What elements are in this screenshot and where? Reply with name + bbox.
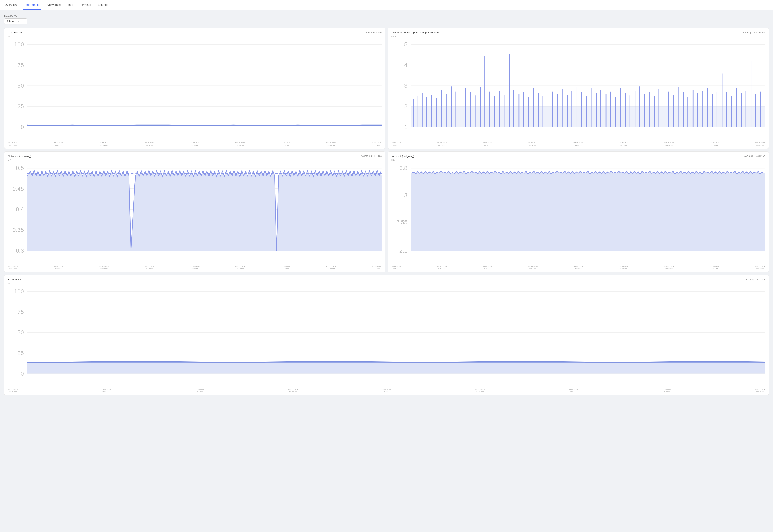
svg-text:75: 75 xyxy=(17,62,24,68)
nav-terminal[interactable]: Terminal xyxy=(79,0,91,10)
svg-text:1: 1 xyxy=(404,124,407,130)
main-content: Data period 6 hours ▾ CPU usage Average:… xyxy=(0,10,773,400)
svg-text:75: 75 xyxy=(17,309,24,315)
net-out-chart-title: Network (outgoing) xyxy=(391,155,414,158)
net-in-chart-title: Network (incoming) xyxy=(8,155,31,158)
disk-y-label: ops/s xyxy=(391,35,765,38)
cpu-chart-svg: 100 75 50 25 0 xyxy=(8,38,382,141)
period-value: 6 hours xyxy=(7,20,16,23)
net-out-chart-svg: 3.8 3 2.55 2.1 xyxy=(391,162,765,265)
data-period-section: Data period 6 hours ▾ xyxy=(4,14,769,24)
svg-text:0: 0 xyxy=(20,370,24,377)
cpu-chart-header: CPU usage Average: 1.0% xyxy=(8,31,382,34)
disk-chart-svg: 5 4 3 2 1 xyxy=(391,38,765,141)
disk-x-labels: 09.08.202403:50:00 09.08.202404:32:00 09… xyxy=(391,142,765,146)
ram-chart-svg: 100 75 50 25 0 xyxy=(8,285,765,388)
svg-text:3: 3 xyxy=(404,82,407,89)
ram-chart-average: Average: 13.79% xyxy=(746,278,765,281)
disk-chart-area: 5 4 3 2 1 xyxy=(391,38,765,141)
svg-text:0.35: 0.35 xyxy=(13,227,24,233)
svg-marker-106 xyxy=(27,171,381,251)
net-out-chart-area: 3.8 3 2.55 2.1 xyxy=(391,162,765,265)
data-period-select[interactable]: 6 hours ▾ xyxy=(4,18,27,24)
svg-marker-117 xyxy=(411,171,765,251)
svg-text:50: 50 xyxy=(17,329,24,336)
nav-networking[interactable]: Networking xyxy=(47,0,62,10)
nav-performance[interactable]: Performance xyxy=(23,0,41,10)
svg-text:5: 5 xyxy=(404,41,407,48)
svg-text:0.5: 0.5 xyxy=(16,165,24,171)
cpu-chart-average: Average: 1.0% xyxy=(365,31,382,34)
nav-overview[interactable]: Overview xyxy=(4,0,17,10)
svg-text:4: 4 xyxy=(404,62,407,68)
net-in-chart-average: Average: 0.48 kB/s xyxy=(361,155,382,157)
disk-chart-average: Average: 1.43 ops/s xyxy=(743,31,765,34)
cpu-x-labels: 09.08.202403:50:00 09.08.202404:32:00 09… xyxy=(8,142,382,146)
net-out-x-labels: 09.08.202403:50:00 09.08.202404:32:00 09… xyxy=(391,265,765,270)
svg-text:0.45: 0.45 xyxy=(13,185,24,192)
net-out-chart-header: Network (outgoing) Average: 3.63 kB/s xyxy=(391,155,765,158)
net-in-chart-header: Network (incoming) Average: 0.48 kB/s xyxy=(8,155,382,158)
svg-text:2.1: 2.1 xyxy=(399,247,408,254)
ram-chart-header: RAM usage Average: 13.79% xyxy=(8,278,765,281)
disk-chart-title: Disk operations (operations per second) xyxy=(391,31,440,34)
svg-text:2: 2 xyxy=(404,103,407,110)
chevron-down-icon: ▾ xyxy=(18,20,19,23)
ram-usage-card: RAM usage Average: 13.79% % 100 75 50 25 xyxy=(4,275,769,395)
disk-chart-header: Disk operations (operations per second) … xyxy=(391,31,765,34)
charts-grid: CPU usage Average: 1.0% % 100 75 50 25 xyxy=(4,28,769,395)
cpu-chart-title: CPU usage xyxy=(8,31,22,34)
svg-text:25: 25 xyxy=(17,103,24,110)
ram-y-label: % xyxy=(8,282,765,285)
net-in-chart-area: 0.5 0.45 0.4 0.35 0.3 xyxy=(8,162,382,265)
svg-text:25: 25 xyxy=(17,350,24,356)
svg-text:2.55: 2.55 xyxy=(396,219,407,225)
ram-chart-area: 100 75 50 25 0 xyxy=(8,285,765,388)
cpu-usage-card: CPU usage Average: 1.0% % 100 75 50 25 xyxy=(4,28,385,149)
ram-chart-title: RAM usage xyxy=(8,278,22,281)
cpu-chart-area: 100 75 50 25 0 xyxy=(8,38,382,141)
ram-x-labels: 09.08.202403:50:00 09.08.202404:32:00 09… xyxy=(8,388,765,393)
data-period-label: Data period xyxy=(4,14,769,17)
cpu-y-label: % xyxy=(8,35,382,38)
disk-ops-card: Disk operations (operations per second) … xyxy=(388,28,769,149)
net-out-card: Network (outgoing) Average: 3.63 kB/s kB… xyxy=(388,151,769,272)
net-out-chart-average: Average: 3.63 kB/s xyxy=(744,155,765,157)
net-out-y-label: kB/s xyxy=(391,159,765,161)
net-in-x-labels: 09.08.202403:50:00 09.08.202404:32:00 09… xyxy=(8,265,382,270)
nav-info[interactable]: Info xyxy=(68,0,74,10)
svg-text:50: 50 xyxy=(17,82,24,89)
svg-marker-128 xyxy=(27,362,765,374)
svg-text:0.3: 0.3 xyxy=(16,247,24,254)
top-navigation: Overview Performance Networking Info Ter… xyxy=(0,0,773,10)
svg-text:100: 100 xyxy=(14,288,24,295)
svg-text:3.8: 3.8 xyxy=(399,165,408,171)
svg-text:100: 100 xyxy=(14,41,24,48)
nav-settings[interactable]: Settings xyxy=(97,0,109,10)
svg-text:0.4: 0.4 xyxy=(16,206,24,212)
svg-text:0: 0 xyxy=(21,124,24,130)
net-in-y-label: kB/s xyxy=(8,159,382,161)
svg-text:3: 3 xyxy=(404,192,407,198)
net-in-chart-svg: 0.5 0.45 0.4 0.35 0.3 xyxy=(8,162,382,265)
net-in-card: Network (incoming) Average: 0.48 kB/s kB… xyxy=(4,151,385,272)
